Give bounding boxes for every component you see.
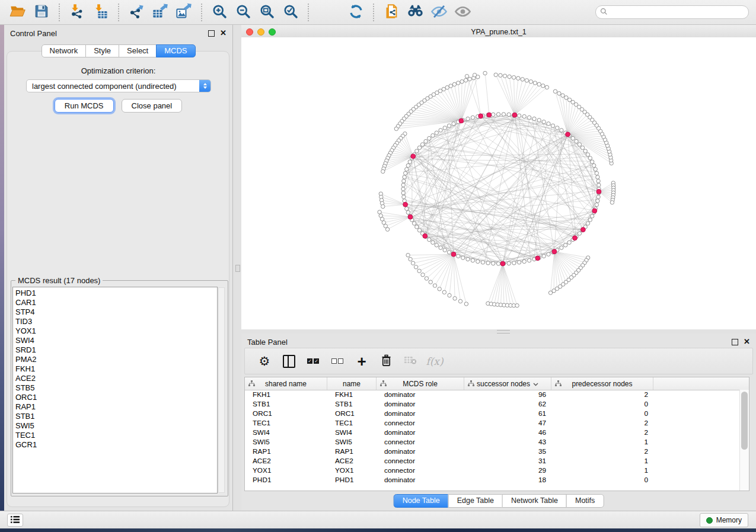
selected-option: largest connected component (undirected) bbox=[27, 82, 199, 91]
column-header-predecessor-nodes[interactable]: predecessor nodes bbox=[551, 377, 653, 390]
table-cell: 0 bbox=[551, 409, 653, 418]
share-document-button[interactable] bbox=[381, 2, 402, 23]
result-node-item[interactable]: CAR1 bbox=[15, 298, 217, 307]
search-input[interactable] bbox=[611, 8, 744, 17]
select-all-button[interactable]: ✓✓ bbox=[305, 354, 321, 369]
close-panel-icon[interactable]: ✕ bbox=[220, 30, 227, 36]
result-node-item[interactable]: FKH1 bbox=[15, 364, 217, 374]
deselect-all-button[interactable] bbox=[330, 354, 345, 369]
tab-edge-table[interactable]: Edge Table bbox=[448, 494, 503, 508]
tab-node-table[interactable]: Node Table bbox=[394, 494, 449, 508]
vertical-splitter[interactable] bbox=[233, 25, 241, 511]
column-header-shared-name[interactable]: shared name bbox=[245, 377, 327, 390]
export-image-button[interactable] bbox=[173, 2, 194, 23]
splitter-grip-icon[interactable] bbox=[235, 265, 240, 272]
result-node-item[interactable]: YOX1 bbox=[15, 326, 217, 336]
close-panel-icon[interactable]: ✕ bbox=[744, 339, 750, 345]
result-node-item[interactable]: STP4 bbox=[15, 307, 217, 317]
result-node-item[interactable]: TEC1 bbox=[15, 431, 217, 440]
result-node-item[interactable]: STB5 bbox=[15, 383, 217, 393]
table-row[interactable]: STB1STB1dominator620 bbox=[245, 399, 739, 409]
result-node-item[interactable]: SWI5 bbox=[15, 421, 217, 431]
optimization-criterion-select[interactable]: largest connected component (undirected) bbox=[26, 79, 211, 92]
table-row[interactable]: PHD1PHD1dominator180 bbox=[245, 475, 739, 485]
table-cell: YOX1 bbox=[327, 466, 377, 475]
control-panel-titlebar: Control Panel ✕ bbox=[4, 25, 232, 40]
export-table-button[interactable] bbox=[149, 2, 171, 23]
result-node-item[interactable]: GCR1 bbox=[15, 440, 217, 450]
result-node-item[interactable]: SRD1 bbox=[15, 345, 217, 355]
tab-network[interactable]: Network bbox=[41, 44, 86, 57]
zoom-out-button[interactable] bbox=[232, 2, 254, 23]
attribute-type-icon bbox=[555, 380, 562, 389]
table-row[interactable]: SWI4SWI4dominator462 bbox=[245, 428, 739, 437]
table-row[interactable]: TEC1TEC1connector472 bbox=[245, 418, 739, 428]
show-graphics-detail-button[interactable] bbox=[452, 2, 473, 23]
column-header-mcds-role[interactable]: MCDS role bbox=[377, 377, 464, 390]
zoom-fit-button[interactable] bbox=[256, 2, 277, 23]
tab-motifs[interactable]: Motifs bbox=[566, 494, 604, 508]
result-node-item[interactable]: STB1 bbox=[15, 412, 217, 421]
table-row[interactable]: SWI5SWI5connector431 bbox=[245, 437, 739, 447]
export-network-button[interactable] bbox=[126, 2, 147, 23]
table-panel-tabs: Node Table Edge Table Network Table Moti… bbox=[394, 494, 604, 508]
save-session-button[interactable] bbox=[31, 2, 52, 23]
import-network-button[interactable] bbox=[66, 2, 88, 23]
table-cell: RAP1 bbox=[327, 447, 377, 456]
close-panel-button[interactable]: Close panel bbox=[122, 99, 183, 113]
delete-table-button[interactable] bbox=[403, 354, 418, 369]
tab-style[interactable]: Style bbox=[85, 44, 119, 57]
table-cell: TEC1 bbox=[245, 419, 327, 427]
application-window: Control Panel ✕ Network Style Select MCD… bbox=[0, 0, 756, 532]
import-table-button[interactable] bbox=[90, 2, 111, 23]
search-box bbox=[595, 5, 749, 19]
tab-select[interactable]: Select bbox=[119, 44, 157, 57]
run-mcds-button[interactable]: Run MCDS bbox=[55, 99, 114, 113]
table-cell: 43 bbox=[464, 438, 551, 446]
result-scrollbar[interactable] bbox=[218, 287, 225, 493]
memory-button[interactable]: Memory bbox=[700, 513, 748, 527]
column-header-name[interactable]: name bbox=[327, 377, 377, 390]
task-history-button[interactable] bbox=[7, 514, 23, 527]
search-network-button[interactable] bbox=[404, 2, 426, 23]
sort-chevron-icon[interactable] bbox=[533, 380, 538, 388]
tab-mcds[interactable]: MCDS bbox=[156, 44, 195, 57]
column-header-successor-nodes[interactable]: successor nodes bbox=[464, 377, 551, 390]
settings-gear-button[interactable]: ⚙ bbox=[257, 354, 272, 369]
result-node-item[interactable]: PMA2 bbox=[15, 355, 217, 364]
zoom-fit-icon bbox=[259, 4, 275, 21]
result-node-item[interactable]: RAP1 bbox=[15, 402, 217, 412]
network-window-titlebar[interactable]: YPA_prune.txt_1 bbox=[241, 26, 756, 38]
open-file-button[interactable] bbox=[7, 2, 28, 23]
hide-graphics-detail-button[interactable] bbox=[428, 2, 449, 23]
zoom-selected-button[interactable] bbox=[280, 2, 301, 23]
table-row[interactable]: ACE2ACE2connector311 bbox=[245, 456, 739, 466]
result-node-item[interactable]: TID3 bbox=[15, 317, 217, 326]
float-panel-icon[interactable] bbox=[208, 30, 215, 37]
table-scrollbar[interactable] bbox=[739, 390, 749, 491]
zoom-in-button[interactable] bbox=[209, 2, 230, 23]
table-row[interactable]: ORC1ORC1dominator610 bbox=[245, 409, 739, 418]
result-node-item[interactable]: SWI4 bbox=[15, 336, 217, 345]
show-columns-button[interactable] bbox=[281, 354, 296, 369]
float-panel-icon[interactable] bbox=[732, 339, 738, 345]
table-row[interactable]: RAP1RAP1dominator352 bbox=[245, 447, 739, 456]
horizontal-splitter[interactable] bbox=[241, 329, 756, 334]
table-cell: 61 bbox=[464, 409, 551, 418]
table-row[interactable]: FKH1FKH1dominator962 bbox=[245, 390, 739, 399]
network-graph[interactable] bbox=[241, 37, 756, 329]
delete-row-button[interactable] bbox=[378, 354, 394, 369]
table-panel-titlebar: Table Panel ✕ bbox=[241, 334, 756, 349]
scrollbar-thumb[interactable] bbox=[741, 392, 748, 450]
function-builder-button[interactable]: f(x) bbox=[427, 354, 442, 369]
table-row[interactable]: YOX1YOX1connector291 bbox=[245, 466, 739, 475]
refresh-layout-button[interactable] bbox=[345, 2, 366, 23]
mcds-result-list[interactable]: PHD1CAR1STP4TID3YOX1SWI4SRD1PMA2FKH1ACE2… bbox=[12, 287, 218, 493]
attribute-type-icon bbox=[380, 380, 387, 389]
tab-network-table[interactable]: Network Table bbox=[502, 494, 567, 508]
table-cell: 1 bbox=[551, 466, 653, 475]
result-node-item[interactable]: ORC1 bbox=[15, 393, 217, 402]
result-node-item[interactable]: ACE2 bbox=[15, 374, 217, 383]
add-row-button[interactable]: + bbox=[354, 354, 369, 369]
result-node-item[interactable]: PHD1 bbox=[15, 289, 217, 298]
